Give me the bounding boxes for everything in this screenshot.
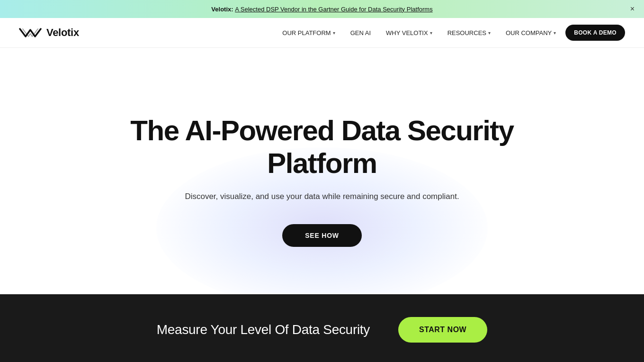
hero-section: The AI-Powered Data Security Platform Di… [0, 48, 644, 294]
announcement-bar: Velotix: A Selected DSP Vendor in the Ga… [0, 0, 644, 18]
start-now-button[interactable]: START NOW [398, 317, 487, 343]
book-demo-button[interactable]: BOOK A DEMO [565, 25, 625, 41]
nav-item-our-platform[interactable]: OUR PLATFORM ▾ [277, 26, 340, 40]
cta-section: Measure Your Level Of Data Security STAR… [0, 294, 644, 362]
nav-item-our-company[interactable]: OUR COMPANY ▾ [500, 26, 562, 40]
cta-text: Measure Your Level Of Data Security [157, 322, 370, 337]
announcement-close-button[interactable]: × [630, 5, 635, 13]
logo[interactable]: Velotix [19, 26, 79, 39]
nav-label-our-platform: OUR PLATFORM [282, 29, 331, 36]
see-how-button[interactable]: SEE HOW [282, 224, 362, 247]
announcement-brand: Velotix: [211, 6, 235, 13]
announcement-link[interactable]: A Selected DSP Vendor in the Gartner Gui… [235, 6, 432, 13]
nav-label-why-velotix: WHY VELOTIX [386, 29, 428, 36]
nav-label-resources: RESOURCES [447, 29, 486, 36]
logo-icon [19, 26, 42, 39]
chevron-down-icon: ▾ [488, 30, 491, 36]
chevron-down-icon: ▾ [430, 30, 432, 36]
chevron-down-icon: ▾ [554, 30, 556, 36]
nav-item-gen-ai[interactable]: GEN AI [345, 26, 376, 40]
logo-text: Velotix [46, 27, 79, 39]
hero-title: The AI-Powered Data Security Platform [109, 114, 535, 180]
announcement-text: Velotix: A Selected DSP Vendor in the Ga… [211, 6, 432, 13]
nav-item-why-velotix[interactable]: WHY VELOTIX ▾ [380, 26, 438, 40]
hero-subtitle: Discover, visualize, and use your data w… [185, 190, 459, 203]
navbar: Velotix OUR PLATFORM ▾ GEN AI WHY VELOTI… [0, 18, 644, 48]
nav-label-our-company: OUR COMPANY [506, 29, 552, 36]
nav-links: OUR PLATFORM ▾ GEN AI WHY VELOTIX ▾ RESO… [277, 25, 625, 41]
nav-item-resources[interactable]: RESOURCES ▾ [442, 26, 496, 40]
nav-label-gen-ai: GEN AI [350, 29, 371, 36]
chevron-down-icon: ▾ [333, 30, 335, 36]
